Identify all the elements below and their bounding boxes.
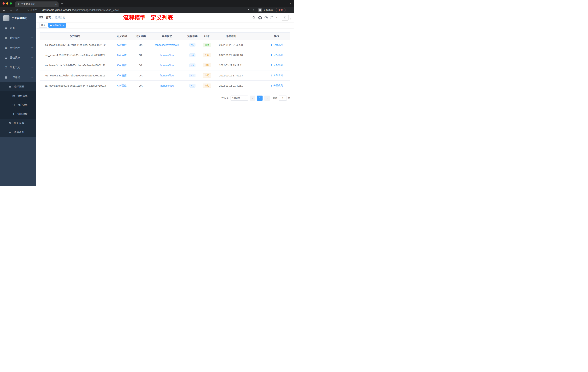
site-security-chip[interactable]: ⚠ 不安全: [27, 8, 37, 12]
sidebar-item-label: 支付管理: [10, 46, 31, 50]
page-jump-input[interactable]: [279, 96, 287, 101]
chevron-down-icon: ∨: [31, 66, 33, 68]
window-close-button[interactable]: [2, 2, 5, 5]
assign-rule-link[interactable]: 分配规则: [270, 53, 283, 57]
chevron-down-icon[interactable]: ▾: [290, 18, 291, 20]
definition-name-link[interactable]: OA 请假: [117, 43, 126, 46]
definition-name-cell: OA 请假: [111, 40, 133, 50]
column-header: 操作: [263, 33, 290, 40]
assign-rule-link[interactable]: 分配规则: [270, 84, 283, 87]
sidebar-toggle-icon[interactable]: [39, 16, 43, 19]
sidebar-item-infrastructure[interactable]: ⊞基础设施∨: [0, 53, 36, 63]
definition-id-cell: oa_leave:2:3c1f0ef1-76b1-11ec-9c66-a2380…: [40, 70, 111, 81]
reload-icon[interactable]: ⟳: [16, 8, 19, 12]
sidebar-logo[interactable]: 芋道管理系统: [0, 13, 36, 23]
pagination: 共 5 条 10条/页 ▾ ‹ 1 › 前往 页: [40, 96, 290, 101]
assign-rule-label: 分配规则: [273, 53, 283, 57]
infra-icon: ⊞: [4, 56, 8, 59]
action-cell: 分配规则: [263, 81, 290, 91]
sidebar-menu: ◉首页⚙系统管理∨¥支付管理∨⊞基础设施∨⚒研发工具∨▣工作流程∧≣流程管理∧▤…: [0, 23, 36, 137]
form-link[interactable]: /bpm/oa/flow: [160, 74, 174, 77]
next-page-button[interactable]: ›: [264, 96, 270, 101]
search-icon[interactable]: [252, 16, 256, 19]
page-size-select[interactable]: 10条/页 ▾: [231, 96, 248, 101]
url-path: /bpm/manager/definition?key=oa_leave: [74, 9, 119, 11]
process-icon: ≣: [8, 85, 12, 88]
browser-tab[interactable]: 芋道管理系统 ×: [15, 1, 59, 7]
sidebar-item-home[interactable]: ◉首页: [0, 23, 36, 33]
url-field[interactable]: dashboard.yudao.iocoder.cn/bpm/manager/d…: [42, 9, 244, 11]
column-header: 流程版本: [186, 33, 199, 40]
definition-id-cell: oa_leave:4:991f2193-7b7f-11ec-a3c8-acde4…: [40, 50, 111, 60]
definition-name-link[interactable]: OA 请假: [117, 64, 126, 67]
user-avatar[interactable]: [282, 15, 289, 21]
back-icon[interactable]: ←: [2, 8, 5, 12]
incognito-indicator: 无痕模式: [258, 8, 273, 12]
tag-label: 流程定义: [52, 24, 61, 27]
password-key-icon[interactable]: [246, 9, 250, 12]
font-size-icon[interactable]: тT: [276, 16, 279, 19]
sidebar-item-label: 首页: [10, 27, 36, 30]
page-annotation: 流程模型 - 定义列表: [123, 14, 173, 22]
tab-close-icon[interactable]: ×: [55, 3, 57, 6]
action-cell: 分配规则: [263, 70, 290, 81]
form-link[interactable]: /bpm/oa/flow: [160, 64, 174, 67]
status-cell: 挂起: [199, 81, 215, 91]
sidebar-item-process-mgmt[interactable]: ≣流程管理∧: [0, 82, 36, 91]
sidebar-item-devtools[interactable]: ⚒研发工具∨: [0, 63, 36, 72]
definition-id-cell: oa_leave:5:004b710b-7b8a-11ec-8ef0-acde4…: [40, 40, 111, 50]
sidebar-item-user-group[interactable]: ⚇用户分组: [0, 100, 36, 109]
page-number-button[interactable]: 1: [257, 96, 262, 101]
incognito-label: 无痕模式: [264, 8, 273, 12]
breadcrumb-home[interactable]: 首页: [46, 16, 51, 19]
forward-icon[interactable]: →: [10, 8, 12, 12]
filler-cell: [247, 81, 263, 91]
assign-rule-link[interactable]: 分配规则: [270, 74, 283, 77]
sidebar-item-process-form[interactable]: ▤流程表单: [0, 91, 36, 100]
form-link[interactable]: /bpm/oa/flow: [160, 54, 174, 57]
definition-name-link[interactable]: OA 请假: [117, 54, 126, 56]
browser-update-button[interactable]: 更新: [276, 8, 285, 12]
window-minimize-button[interactable]: [6, 2, 8, 5]
sidebar-item-label: 用户分组: [17, 103, 36, 107]
prev-page-button[interactable]: ‹: [250, 96, 255, 101]
window-zoom-button[interactable]: [10, 2, 12, 5]
sidebar-item-label: 基础设施: [10, 56, 31, 59]
sidebar-item-leave-query[interactable]: ♟请假查询: [0, 128, 36, 137]
tags-view-item[interactable]: 首页: [39, 23, 47, 28]
gear-icon: ⚙: [4, 36, 8, 40]
definition-name-cell: OA 请假: [111, 60, 133, 70]
version-tag: v1: [189, 84, 195, 88]
bookmark-star-icon[interactable]: ☆: [252, 8, 255, 12]
new-tab-button[interactable]: +: [61, 1, 63, 5]
sidebar-item-task-mgmt[interactable]: ⚑任务管理∨: [0, 119, 36, 128]
action-cell: 分配规则: [263, 50, 290, 60]
assign-rule-link[interactable]: 分配规则: [270, 64, 283, 67]
page-content: 定义编号定义名称定义分类表单信息流程版本状态部署时间操作 oa_leave:5:…: [36, 28, 294, 186]
goto-unit: 页: [288, 97, 290, 100]
fullscreen-icon[interactable]: [270, 16, 273, 19]
sidebar-item-process-model[interactable]: ✈流程模型: [0, 109, 36, 119]
form-link[interactable]: /bpm/oa/leave/create: [155, 44, 179, 46]
assign-rule-label: 分配规则: [273, 74, 283, 77]
status-tag: 激活: [203, 43, 211, 47]
sidebar-item-system[interactable]: ⚙系统管理∨: [0, 33, 36, 43]
definition-name-link[interactable]: OA 请假: [117, 84, 126, 87]
definition-name-link[interactable]: OA 请假: [117, 74, 126, 77]
version-cell: v4: [186, 50, 199, 60]
tab-search-icon[interactable]: ∨: [290, 2, 292, 5]
tab-title: 芋道管理系统: [21, 3, 54, 6]
action-cell: 分配规则: [263, 60, 290, 70]
action-cell: 分配规则: [263, 40, 290, 50]
form-link[interactable]: /bpm/oa/flow: [160, 84, 174, 87]
help-icon[interactable]: ?: [264, 16, 268, 19]
browser-menu-icon[interactable]: ⋮: [288, 8, 292, 12]
sidebar-item-payment[interactable]: ¥支付管理∨: [0, 43, 36, 53]
github-icon[interactable]: [258, 16, 262, 20]
leave-icon: ♟: [8, 131, 12, 134]
assign-rule-link[interactable]: 分配规则: [270, 43, 283, 46]
main-area: 首页 / 流程定义 流程模型 - 定义列表 ? тT: [36, 13, 294, 186]
close-icon[interactable]: ×: [63, 24, 64, 27]
sidebar-item-workflow[interactable]: ▣工作流程∧: [0, 72, 36, 82]
tags-view-item[interactable]: 流程定义×: [48, 23, 66, 28]
